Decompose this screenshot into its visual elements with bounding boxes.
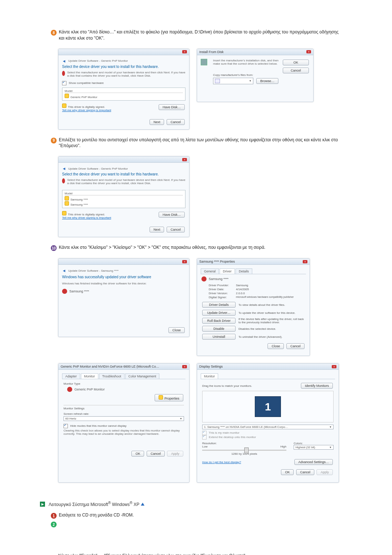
tab-monitor[interactable]: Monitor bbox=[81, 373, 98, 379]
close-icon[interactable]: × bbox=[303, 260, 307, 263]
back-arrow-icon[interactable]: ◄ bbox=[62, 268, 66, 273]
dialog1-heading: Select the device driver you want to ins… bbox=[62, 65, 185, 69]
best-display-link[interactable]: How do I get the best display? bbox=[202, 461, 241, 464]
rollback-button[interactable]: Roll Back Driver bbox=[202, 318, 236, 324]
dialog1-title bbox=[61, 50, 62, 54]
model-header: Model bbox=[65, 192, 183, 195]
close-button[interactable]: Close bbox=[268, 343, 284, 349]
tab-troubleshoot[interactable]: Troubleshoot bbox=[99, 373, 124, 379]
dialog7-title: Display Settings bbox=[199, 365, 223, 368]
monitor-icon bbox=[67, 387, 72, 392]
monitor-select-value: 1. Samsung **** on NVIDIA GeForce 6600 L… bbox=[204, 425, 288, 429]
extend-desktop-checkbox bbox=[202, 435, 207, 439]
tab-details[interactable]: Details bbox=[236, 268, 252, 274]
ok-button[interactable]: OK bbox=[131, 451, 144, 457]
have-disk-button[interactable]: Have Disk… bbox=[159, 212, 185, 218]
properties-button[interactable]: Properties bbox=[155, 394, 183, 401]
tab-general[interactable]: General bbox=[201, 268, 219, 274]
tab-adapter[interactable]: Adapter bbox=[62, 373, 80, 379]
close-icon[interactable]: × bbox=[182, 50, 187, 53]
cancel-button[interactable]: Cancel bbox=[167, 119, 185, 125]
version-value: 2.0.0.0 bbox=[236, 292, 245, 295]
refresh-label: Screen refresh rate: bbox=[64, 412, 184, 416]
chevron-down-icon: ▼ bbox=[249, 80, 252, 82]
cancel-button[interactable]: Cancel bbox=[286, 343, 305, 349]
tab-colormgmt[interactable]: Color Management bbox=[125, 373, 160, 379]
close-icon[interactable]: × bbox=[182, 158, 187, 161]
colors-head: Colors: bbox=[294, 442, 334, 445]
dialog4-breadcrumb: Update Driver Software - Samsung **** bbox=[68, 269, 119, 272]
apply-button[interactable]: Apply bbox=[167, 451, 183, 457]
path-dropdown[interactable]: ▼ bbox=[213, 78, 253, 84]
rollback-desc: If the device fails after updating the d… bbox=[238, 317, 305, 324]
model-item[interactable]: Samsung **** bbox=[70, 203, 88, 206]
monitor-select-dropdown[interactable]: 1. Samsung **** on NVIDIA GeForce 6600 L… bbox=[202, 425, 334, 429]
ok-button[interactable]: OK bbox=[283, 60, 309, 65]
date-label: Driver Date: bbox=[209, 288, 236, 291]
device-name: Samsung **** bbox=[209, 277, 229, 281]
tell-link[interactable]: Tell me why driver signing is important bbox=[62, 216, 111, 219]
browse-button[interactable]: Browse… bbox=[256, 78, 278, 84]
update-driver-button[interactable]: Update Driver… bbox=[202, 310, 236, 316]
xp-step-2-text: Κάντε κλικ "Έναρξη" → "Πίνακας Ελέγχου" … bbox=[58, 553, 305, 555]
dialog1-subtext: Select the manufacturer and model of you… bbox=[67, 71, 185, 77]
disable-desc: Disables the selected device. bbox=[238, 327, 305, 331]
step-8-text: Κάντε κλικ στο "Από δίσκο…" και επιλέξτε… bbox=[59, 29, 341, 41]
uninstall-button[interactable]: Uninstall bbox=[202, 334, 236, 340]
floppy-icon bbox=[201, 59, 207, 65]
signer-value: microsoft windows hardware compatibility… bbox=[236, 296, 294, 299]
model-list[interactable]: Model Generic PnP Monitor bbox=[62, 88, 185, 101]
shield-icon bbox=[65, 196, 69, 200]
tab-driver[interactable]: Driver bbox=[220, 268, 235, 274]
driver-details-button[interactable]: Driver Details bbox=[202, 302, 236, 308]
back-arrow-icon[interactable]: ◄ bbox=[62, 166, 66, 171]
disable-button[interactable]: Disable bbox=[202, 326, 236, 332]
model-list[interactable]: Model Samsung **** Samsung **** bbox=[62, 190, 185, 208]
identify-button[interactable]: Identify Monitors bbox=[301, 383, 333, 389]
dialog3-title bbox=[61, 158, 62, 161]
tell-link[interactable]: Tell me why driver signing is important bbox=[62, 109, 111, 112]
close-icon[interactable]: × bbox=[306, 50, 311, 53]
xp-title: Λειτουργικό Σύστημα Microsoft® Windows® … bbox=[49, 501, 139, 507]
xp-step-1-bullet: 1 bbox=[51, 513, 57, 519]
up-arrow-icon[interactable] bbox=[141, 503, 144, 506]
cancel-button[interactable]: Cancel bbox=[167, 227, 185, 232]
low-label: Low bbox=[202, 445, 208, 448]
model-item[interactable]: Samsung **** bbox=[70, 198, 88, 201]
refresh-dropdown[interactable]: 60 Hertz ▼ bbox=[64, 416, 184, 421]
next-button[interactable]: Next bbox=[150, 227, 164, 232]
tab-monitor[interactable]: Monitor bbox=[201, 373, 218, 379]
main-monitor-label: This is my main monitor bbox=[209, 431, 239, 434]
advanced-settings-button[interactable]: Advanced Settings… bbox=[294, 459, 333, 465]
colors-dropdown[interactable]: Highest (32 bit) ▼ bbox=[294, 445, 334, 450]
cancel-button[interactable]: Cancel bbox=[296, 469, 314, 475]
have-disk-button[interactable]: Have Disk… bbox=[159, 104, 185, 110]
dialog3-breadcrumb: Update Driver Software - Generic PnP Mon… bbox=[68, 167, 128, 170]
hide-modes-checkbox[interactable] bbox=[64, 424, 68, 428]
signer-label: Digital Signer: bbox=[209, 296, 236, 299]
back-arrow-icon[interactable]: ◄ bbox=[62, 59, 66, 63]
model-item[interactable]: Generic PnP Monitor bbox=[70, 96, 97, 99]
device-icon bbox=[62, 289, 67, 294]
chevron-down-icon: ▼ bbox=[329, 446, 332, 449]
dialog4-title bbox=[61, 260, 62, 263]
copy-from-label: Copy manufacturer's files from: bbox=[213, 73, 279, 77]
monitor-preview-1[interactable]: 1 bbox=[255, 396, 281, 417]
shield-icon bbox=[62, 104, 66, 108]
version-label: Driver Version: bbox=[209, 292, 236, 295]
show-compat-checkbox[interactable] bbox=[62, 81, 66, 85]
cancel-button[interactable]: Cancel bbox=[147, 451, 165, 457]
step-8-bullet: 8 bbox=[51, 30, 57, 36]
cancel-button[interactable]: Cancel bbox=[283, 68, 309, 73]
ok-button[interactable]: OK bbox=[281, 469, 294, 475]
apply-button[interactable]: Apply bbox=[317, 469, 333, 475]
close-button[interactable]: Close bbox=[168, 327, 185, 333]
close-icon[interactable]: × bbox=[182, 365, 187, 368]
dialog5-title: Samsung **** Properties bbox=[199, 260, 235, 263]
close-icon[interactable]: × bbox=[182, 260, 187, 263]
dialog4-subtext: Windows has finished installing the driv… bbox=[62, 282, 185, 285]
extend-desktop-label: Extend the desktop onto this monitor bbox=[209, 436, 256, 439]
resolution-slider[interactable] bbox=[202, 450, 286, 451]
next-button[interactable]: Next bbox=[150, 119, 164, 125]
close-icon[interactable]: × bbox=[332, 365, 336, 368]
